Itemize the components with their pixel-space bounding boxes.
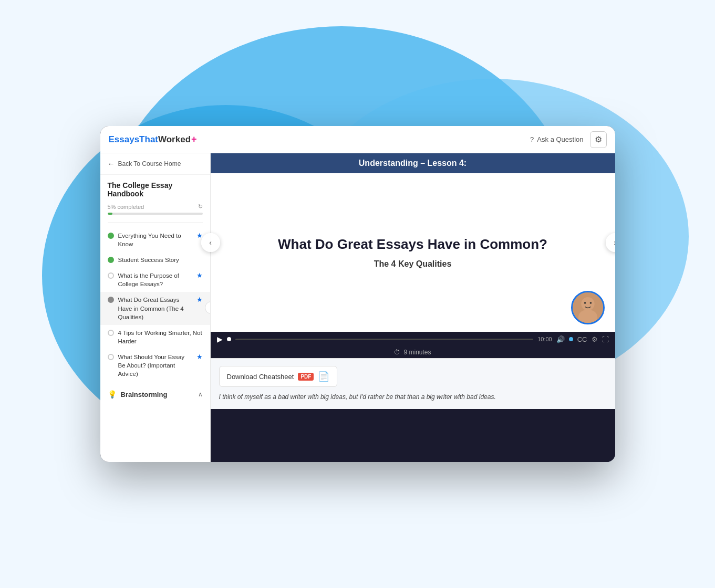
- bottom-content: Download Cheatsheet PDF 📄 I think of mys…: [211, 358, 615, 409]
- lesson-title: What is the Purpose of College Essays?: [118, 271, 192, 288]
- logo-plus: +: [191, 134, 197, 145]
- volume-icon[interactable]: 🔊: [556, 335, 565, 343]
- progress-label: 5% completed ↻: [108, 203, 203, 210]
- logo-worked: Worked: [158, 134, 191, 145]
- lesson-title: Everything You Need to Know: [118, 232, 192, 248]
- svg-point-3: [584, 302, 586, 304]
- section-header-brainstorming[interactable]: 💡 Brainstorming ∧: [100, 385, 210, 404]
- main-content: ‹ ← Back To Course Home The College Essa…: [100, 153, 615, 462]
- progress-bar-fill: [108, 213, 112, 215]
- svg-point-1: [581, 297, 594, 310]
- presenter-avatar: [571, 291, 605, 324]
- top-bar: EssaysThat Worked + ? Ask a Question ⚙: [100, 126, 615, 153]
- gear-icon: ⚙: [595, 134, 602, 144]
- lesson-item[interactable]: Student Success Story: [100, 252, 210, 268]
- back-arrow-icon: ←: [108, 160, 115, 168]
- top-bar-actions: ? Ask a Question ⚙: [530, 131, 606, 148]
- progress-section: 5% completed ↻: [100, 201, 210, 220]
- lesson-item[interactable]: 4 Tips for Working Smarter, Not Harder: [100, 325, 210, 349]
- course-title: The College Essay Handbook: [100, 175, 210, 201]
- ask-question-button[interactable]: ? Ask a Question: [530, 135, 583, 143]
- svg-point-2: [578, 310, 597, 324]
- lesson-title: What Should Your Essay Be About? (Import…: [118, 353, 192, 378]
- bulb-icon: 💡: [108, 390, 117, 398]
- svg-point-4: [589, 302, 592, 304]
- video-controls: ▶ 10:00 🔊 CC ⚙ ⛶: [211, 332, 615, 346]
- duration-label: 9 minutes: [403, 349, 431, 356]
- lesson-title: What Do Great Essays Have in Common (The…: [118, 296, 192, 321]
- video-progress-bar[interactable]: [235, 339, 534, 340]
- playhead-dot: [227, 337, 231, 341]
- logo[interactable]: EssaysThat Worked +: [109, 134, 197, 145]
- lesson-item[interactable]: What is the Purpose of College Essays? ★: [100, 268, 210, 292]
- slide-subtitle: The 4 Key Qualities: [374, 259, 452, 269]
- clock-icon: ⏱: [394, 349, 400, 356]
- lesson-dot-incomplete: [108, 354, 114, 360]
- slide-title: What Do Great Essays Have in Common?: [278, 236, 547, 253]
- quote-text: I think of myself as a bad writer with b…: [219, 392, 607, 402]
- lesson-dot-completed: [108, 233, 114, 239]
- lesson-dot-incomplete: [108, 272, 114, 279]
- volume-dot: [569, 337, 573, 341]
- video-area: ‹ › Understanding – Lesson 4: What Do Gr…: [211, 153, 615, 462]
- chevron-up-icon: ∧: [198, 391, 203, 398]
- caption-icon[interactable]: CC: [577, 335, 587, 343]
- refresh-icon[interactable]: ↻: [198, 203, 203, 210]
- video-time: 10:00: [537, 336, 552, 342]
- star-icon: ★: [196, 353, 203, 361]
- lesson-item-active[interactable]: What Do Great Essays Have in Common (The…: [100, 292, 210, 324]
- logo-essays: EssaysThat: [109, 134, 159, 145]
- fullscreen-icon[interactable]: ⛶: [602, 335, 609, 343]
- question-icon: ?: [530, 135, 534, 143]
- back-label: Back To Course Home: [118, 160, 181, 167]
- duration-badge: ⏱ 9 minutes: [211, 346, 615, 358]
- star-icon: ★: [196, 296, 203, 303]
- lesson-dot-incomplete: [108, 330, 114, 336]
- sidebar: ‹ ← Back To Course Home The College Essa…: [100, 153, 211, 462]
- lesson-dot-active: [108, 297, 114, 303]
- lesson-dot-completed: [108, 257, 114, 263]
- section-label: Brainstorming: [121, 391, 168, 398]
- document-icon: 📄: [318, 371, 329, 382]
- pdf-badge: PDF: [298, 373, 314, 381]
- back-to-course-button[interactable]: ← Back To Course Home: [100, 153, 210, 175]
- divider: [108, 222, 203, 223]
- slide-header-text: Understanding – Lesson 4:: [359, 159, 467, 167]
- download-cheatsheet-button[interactable]: Download Cheatsheet PDF 📄: [219, 366, 338, 387]
- star-icon: ★: [196, 271, 203, 279]
- lesson-list: Everything You Need to Know ★ Student Su…: [100, 225, 210, 385]
- lesson-title: Student Success Story: [118, 256, 203, 264]
- lesson-item[interactable]: What Should Your Essay Be About? (Import…: [100, 349, 210, 382]
- video-slide: ‹ › Understanding – Lesson 4: What Do Gr…: [211, 153, 615, 332]
- nav-arrow-prev[interactable]: ‹: [201, 233, 220, 252]
- settings-button[interactable]: ⚙: [590, 131, 607, 148]
- slide-body: What Do Great Essays Have in Common? The…: [211, 173, 615, 332]
- device-frame: EssaysThat Worked + ? Ask a Question ⚙ ‹…: [100, 126, 615, 462]
- play-button[interactable]: ▶: [217, 335, 223, 343]
- lesson-item[interactable]: Everything You Need to Know ★: [100, 228, 210, 252]
- avatar-image: [573, 292, 603, 323]
- slide-header: Understanding – Lesson 4:: [211, 153, 615, 173]
- download-label: Download Cheatsheet: [227, 373, 294, 381]
- ask-question-label: Ask a Question: [537, 135, 583, 143]
- video-extra-controls: CC ⚙ ⛶: [577, 335, 609, 343]
- settings-icon[interactable]: ⚙: [592, 335, 598, 343]
- progress-bar: [108, 213, 203, 215]
- lesson-title: 4 Tips for Working Smarter, Not Harder: [118, 329, 203, 345]
